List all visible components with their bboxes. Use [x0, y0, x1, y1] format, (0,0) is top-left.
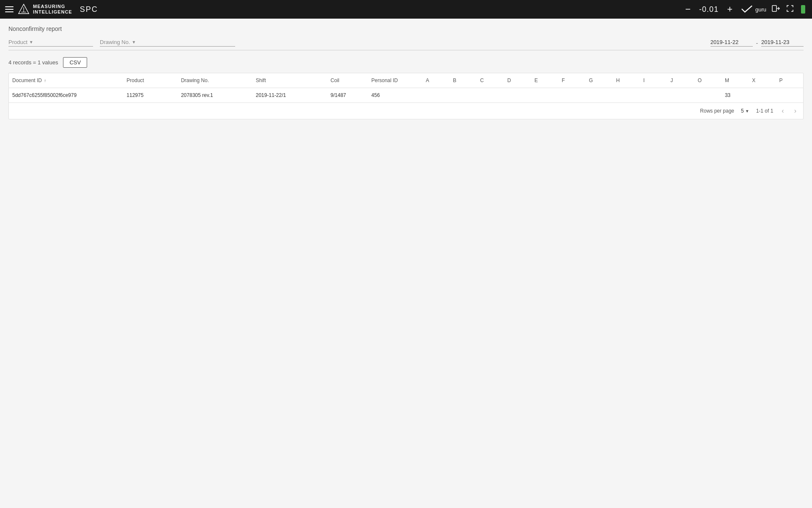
product-filter-label: Product [8, 39, 27, 45]
cell-a [422, 88, 450, 103]
drawing-filter-label: Drawing No. [100, 39, 130, 45]
cell-d [504, 88, 531, 103]
col-header-personal-id[interactable]: Personal ID [368, 73, 422, 88]
cell-p [776, 88, 803, 103]
logo-area: MEASURING INTELLIGENCE [18, 3, 72, 15]
col-header-g[interactable]: G [585, 73, 612, 88]
header-right: guru [755, 0, 812, 19]
col-header-shift[interactable]: Shift [252, 73, 327, 88]
value-display: -0.01 [699, 5, 719, 14]
user-name-label: guru [755, 6, 766, 13]
status-indicator [799, 5, 807, 14]
table-row: 5dd767c6255f85002f6ce979 112975 2078305 … [9, 88, 803, 103]
cell-personal-id: 456 [368, 88, 422, 103]
col-header-i[interactable]: I [640, 73, 667, 88]
col-header-product[interactable]: Product [123, 73, 178, 88]
cell-shift: 2019-11-22/1 [252, 88, 327, 103]
page-content: Nonconfirmity report Product ▼ Drawing N… [0, 19, 812, 126]
expand-button[interactable] [785, 3, 795, 16]
decrement-button[interactable]: − [683, 4, 692, 15]
product-filter-arrow: ▼ [29, 40, 33, 44]
col-header-x[interactable]: X [749, 73, 776, 88]
records-summary: 4 records = 1 values [8, 59, 58, 66]
cell-i [640, 88, 667, 103]
cell-o [694, 88, 721, 103]
cell-c [477, 88, 504, 103]
cell-document-id: 5dd767c6255f85002f6ce979 [9, 88, 123, 103]
date-from-input[interactable] [710, 39, 753, 47]
rows-per-page-select[interactable]: 5 ▼ [741, 108, 749, 114]
hamburger-icon[interactable] [5, 6, 14, 12]
date-range: - [710, 39, 804, 47]
records-row: 4 records = 1 values CSV [8, 57, 804, 68]
cell-g [585, 88, 612, 103]
svg-rect-3 [772, 6, 776, 11]
col-header-p[interactable]: P [776, 73, 803, 88]
table-header-row: Document ID ↑ Product Drawing No. Shift … [9, 73, 803, 88]
check-button[interactable] [741, 5, 753, 14]
col-header-b[interactable]: B [450, 73, 477, 88]
data-table-container: Document ID ↑ Product Drawing No. Shift … [8, 73, 804, 119]
date-separator: - [756, 40, 758, 46]
drawing-filter[interactable]: Drawing No. ▼ [100, 39, 235, 47]
product-filter[interactable]: Product ▼ [8, 39, 93, 47]
col-header-d[interactable]: D [504, 73, 531, 88]
prev-page-button[interactable]: ‹ [780, 106, 785, 116]
col-header-f[interactable]: F [558, 73, 585, 88]
cell-x [749, 88, 776, 103]
rows-per-page-arrow: ▼ [745, 109, 749, 113]
drawing-filter-arrow: ▼ [132, 40, 136, 44]
col-header-h[interactable]: H [613, 73, 640, 88]
cell-j [667, 88, 694, 103]
col-header-coil[interactable]: Coil [327, 73, 368, 88]
rows-per-page-value: 5 [741, 108, 744, 114]
page-title: Nonconfirmity report [8, 25, 804, 32]
data-table: Document ID ↑ Product Drawing No. Shift … [9, 73, 803, 102]
cell-b [450, 88, 477, 103]
cell-m: 33 [721, 88, 749, 103]
col-header-c[interactable]: C [477, 73, 504, 88]
cell-h [613, 88, 640, 103]
pagination-info: 1-1 of 1 [756, 108, 774, 114]
cell-f [558, 88, 585, 103]
rows-per-page-label: Rows per page [700, 108, 734, 114]
cell-product: 112975 [123, 88, 178, 103]
col-header-m[interactable]: M [721, 73, 749, 88]
spc-label: SPC [80, 5, 98, 14]
brand-text: MEASURING INTELLIGENCE [33, 4, 72, 15]
logo-icon [18, 3, 30, 15]
cell-drawing-no: 2078305 rev.1 [178, 88, 252, 103]
sort-arrow-document-id: ↑ [44, 78, 46, 83]
filters-row: Product ▼ Drawing No. ▼ - [8, 39, 804, 50]
col-header-document-id[interactable]: Document ID ↑ [9, 73, 123, 88]
cell-coil: 9/1487 [327, 88, 368, 103]
pagination-row: Rows per page 5 ▼ 1-1 of 1 ‹ › [9, 102, 803, 119]
col-header-e[interactable]: E [531, 73, 558, 88]
logout-button[interactable] [771, 3, 781, 15]
cell-e [531, 88, 558, 103]
col-header-j[interactable]: J [667, 73, 694, 88]
date-to-input[interactable] [761, 39, 804, 47]
col-header-drawing[interactable]: Drawing No. [178, 73, 252, 88]
header-controls: − -0.01 + [683, 0, 753, 19]
csv-button[interactable]: CSV [63, 57, 87, 68]
col-header-a[interactable]: A [422, 73, 450, 88]
app-header: MEASURING INTELLIGENCE SPC − -0.01 + gur… [0, 0, 812, 19]
next-page-button[interactable]: › [793, 106, 798, 116]
col-header-o[interactable]: O [694, 73, 721, 88]
increment-button[interactable]: + [725, 4, 734, 15]
